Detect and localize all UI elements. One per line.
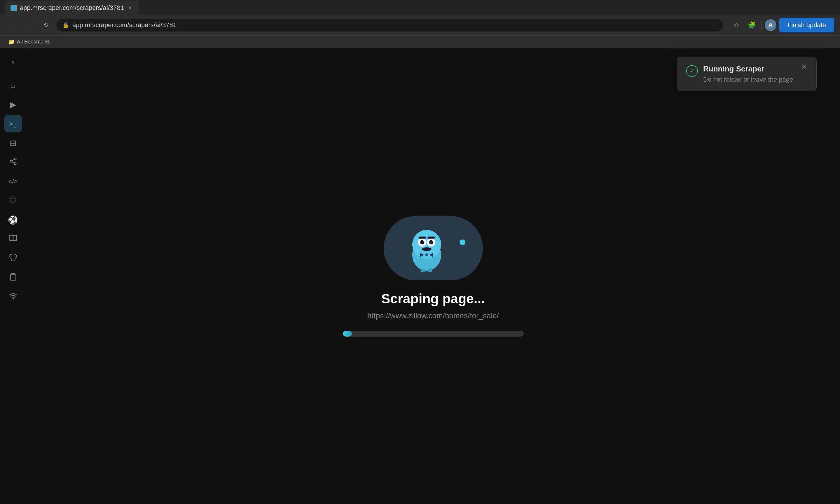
code-icon: </> — [8, 178, 18, 185]
svg-point-12 — [429, 240, 433, 244]
toast-content: Running Scraper Do not reload or leave t… — [703, 65, 796, 84]
toolbar-actions: ☆ 🧩 A Finish update — [730, 18, 834, 32]
address-bar[interactable]: 🔒 app.mrscraper.com/scrapers/ai/3781 — [57, 19, 723, 32]
monster-illustration — [384, 216, 483, 280]
heart-icon: ♡ — [9, 196, 17, 205]
main-content: Scraping page... https://www.zillow.com/… — [26, 49, 840, 504]
sidebar-item-run[interactable]: ▶ — [4, 96, 22, 113]
toolbar-separator — [762, 21, 762, 30]
svg-point-15 — [422, 247, 431, 251]
toast-check-icon: ✓ — [686, 65, 698, 77]
terminal-icon: >_ — [9, 120, 17, 127]
megaphone-icon — [9, 253, 17, 264]
svg-rect-5 — [12, 273, 14, 275]
back-button[interactable]: ← — [6, 19, 19, 32]
sidebar-item-games[interactable]: ⚽ — [4, 211, 22, 229]
sidebar-item-network[interactable] — [4, 288, 22, 306]
forward-button[interactable]: → — [23, 19, 36, 32]
monster-body — [402, 221, 454, 274]
apps-icon: ⊞ — [10, 138, 16, 148]
bookmarks-label: All Bookmarks — [17, 39, 51, 45]
sidebar-item-tasks[interactable] — [4, 269, 22, 286]
browser-chrome: app.mrscraper.com/scrapers/ai/3781 ✕ ← →… — [0, 0, 840, 49]
sidebar-toggle-button[interactable]: › — [5, 54, 21, 70]
tab-title: app.mrscraper.com/scrapers/ai/3781 — [20, 4, 124, 12]
toast-subtitle: Do not reload or leave the page. — [703, 76, 796, 84]
share-icon — [9, 157, 17, 167]
svg-line-4 — [12, 159, 14, 161]
reload-button[interactable]: ↻ — [40, 19, 53, 32]
active-tab[interactable]: app.mrscraper.com/scrapers/ai/3781 ✕ — [5, 1, 139, 15]
scraping-title: Scraping page... — [381, 291, 485, 307]
sidebar-item-share[interactable] — [4, 154, 22, 171]
finish-update-button[interactable]: Finish update — [779, 18, 834, 32]
user-avatar-button[interactable]: A — [765, 19, 776, 31]
sidebar-item-favorites[interactable]: ♡ — [4, 192, 22, 210]
bookmarks-folder-icon: 📁 — [8, 39, 15, 45]
notification-toast: ✓ Running Scraper Do not reload or leave… — [677, 57, 817, 91]
toolbar: ← → ↻ 🔒 app.mrscraper.com/scrapers/ai/37… — [0, 15, 840, 36]
progress-fill — [343, 331, 352, 337]
tab-favicon — [11, 5, 17, 11]
svg-point-11 — [420, 240, 424, 244]
clipboard-icon — [9, 273, 17, 283]
toast-close-button[interactable]: ✕ — [801, 63, 807, 70]
dot-accent — [460, 239, 465, 245]
sidebar-item-home[interactable]: ⌂ — [4, 76, 22, 94]
svg-point-18 — [425, 253, 428, 256]
sidebar-item-terminal[interactable]: >_ — [4, 115, 22, 132]
bookmarks-bar: 📁 All Bookmarks — [0, 36, 840, 49]
lock-icon: 🔒 — [62, 22, 69, 28]
bookmark-star-button[interactable]: ☆ — [730, 19, 743, 32]
sidebar-item-announcements[interactable] — [4, 250, 22, 267]
scraping-center: Scraping page... https://www.zillow.com/… — [343, 216, 524, 337]
all-bookmarks-item[interactable]: 📁 All Bookmarks — [5, 37, 54, 47]
sidebar-item-docs[interactable] — [4, 230, 22, 248]
book-icon — [9, 234, 17, 245]
toast-title: Running Scraper — [703, 65, 796, 73]
app-layout: › ⌂ ▶ >_ ⊞ </> ♡ ⚽ — [0, 49, 840, 504]
sidebar: › ⌂ ▶ >_ ⊞ </> ♡ ⚽ — [0, 49, 26, 504]
url-display: app.mrscraper.com/scrapers/ai/3781 — [72, 21, 717, 29]
wifi-icon — [9, 292, 17, 302]
soccer-icon: ⚽ — [8, 215, 18, 225]
scraping-url: https://www.zillow.com/homes/for_sale/ — [367, 311, 499, 320]
svg-rect-13 — [418, 236, 426, 238]
extensions-button[interactable]: 🧩 — [746, 19, 758, 32]
sidebar-item-apps[interactable]: ⊞ — [4, 134, 22, 152]
sidebar-item-code[interactable]: </> — [4, 173, 22, 190]
svg-rect-19 — [421, 268, 425, 272]
home-icon: ⌂ — [11, 80, 16, 90]
svg-point-6 — [13, 299, 13, 299]
progress-track — [343, 331, 524, 337]
tab-bar: app.mrscraper.com/scrapers/ai/3781 ✕ — [0, 0, 840, 15]
svg-line-3 — [12, 162, 14, 163]
svg-rect-20 — [428, 268, 432, 272]
tab-close-button[interactable]: ✕ — [127, 5, 133, 11]
play-icon: ▶ — [10, 100, 16, 109]
svg-rect-14 — [427, 236, 435, 238]
